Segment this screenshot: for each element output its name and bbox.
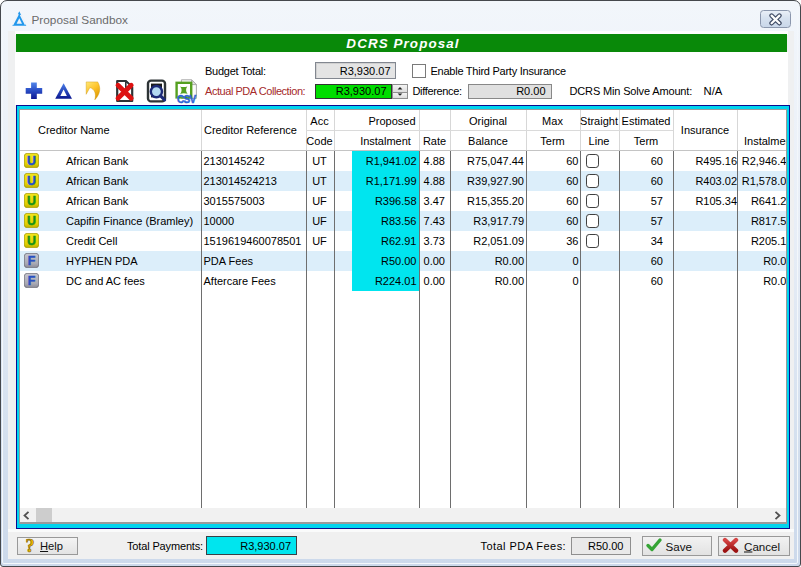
svg-text:U: U	[27, 154, 36, 168]
svg-text:U: U	[27, 194, 36, 208]
svg-text:U: U	[27, 214, 36, 228]
svg-text:CSV: CSV	[177, 94, 197, 104]
svg-text:U: U	[27, 234, 36, 248]
svg-text:F: F	[28, 274, 36, 288]
svg-text:U: U	[27, 174, 36, 188]
svg-text:F: F	[28, 254, 36, 268]
svg-text:?: ?	[26, 537, 35, 555]
